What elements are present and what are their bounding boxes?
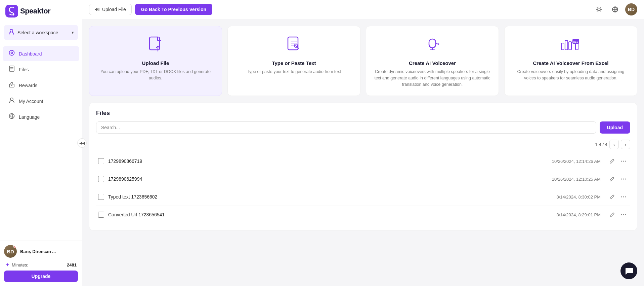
content-area: Upload File You can upload your PDF, TXT… xyxy=(82,19,644,286)
upload-file-button[interactable]: Upload File xyxy=(89,4,132,15)
dashboard-icon xyxy=(8,49,15,58)
file-more-button-1[interactable] xyxy=(619,156,628,166)
file-actions-4 xyxy=(607,210,628,219)
main-content: Upload File Go Back To Previous Version xyxy=(82,0,644,286)
file-date-2: 10/26/2024, 12:10:25 AM xyxy=(552,177,601,182)
my-account-icon xyxy=(8,97,15,105)
files-upload-button[interactable]: Upload xyxy=(600,121,630,134)
logo-icon xyxy=(5,5,18,17)
svg-rect-37 xyxy=(575,43,578,50)
file-actions-1 xyxy=(607,156,628,166)
files-section: Files Upload 1-4 / 4 ‹ › 1729890866719 1… xyxy=(89,103,637,230)
sidebar-bottom: BD Barış Direncan ... ✦ Minutes: 2481 Up… xyxy=(0,241,82,286)
file-name-3: Typed text 1723656602 xyxy=(108,194,552,200)
file-more-button-3[interactable] xyxy=(619,192,628,202)
svg-line-21 xyxy=(597,7,597,8)
file-name-2: 1729890625994 xyxy=(108,176,548,182)
file-edit-button-2[interactable] xyxy=(607,174,617,184)
language-switch-button[interactable]: A xyxy=(609,3,621,15)
upload-file-card-title: Upload File xyxy=(142,60,169,66)
svg-point-9 xyxy=(10,98,13,101)
svg-rect-34 xyxy=(569,42,571,50)
sidebar-item-rewards-label: Rewards xyxy=(19,83,37,88)
language-icon xyxy=(8,113,15,121)
svg-rect-15 xyxy=(99,8,99,11)
upload-file-card-icon xyxy=(147,36,164,56)
workspace-chevron-icon: ▾ xyxy=(72,30,74,35)
svg-line-22 xyxy=(600,11,601,11)
file-more-button-4[interactable] xyxy=(619,210,628,219)
sidebar-item-language-label: Language xyxy=(19,114,40,120)
card-excel-voiceover[interactable]: XLS Create AI Voiceover From Excel Creat… xyxy=(504,26,637,96)
prev-page-button[interactable]: ‹ xyxy=(609,140,619,149)
go-back-button[interactable]: Go Back To Previous Version xyxy=(135,4,212,15)
svg-point-0 xyxy=(10,29,13,32)
search-input[interactable] xyxy=(96,121,596,134)
edit-icon xyxy=(609,158,615,164)
search-upload-row: Upload xyxy=(96,121,630,134)
chat-icon xyxy=(625,266,633,275)
upgrade-button[interactable]: Upgrade xyxy=(4,271,78,282)
minutes-label-area: ✦ Minutes: xyxy=(5,262,28,268)
feature-cards: Upload File You can upload your PDF, TXT… xyxy=(89,26,637,96)
translate-icon: A xyxy=(611,6,619,13)
topbar-left: Upload File Go Back To Previous Version xyxy=(89,4,212,15)
minutes-row: ✦ Minutes: 2481 xyxy=(4,260,78,271)
file-name-4: Converted Url 1723656541 xyxy=(108,212,552,217)
more-icon xyxy=(621,214,626,215)
svg-point-16 xyxy=(598,8,600,11)
svg-point-2 xyxy=(11,52,13,54)
sun-icon-button[interactable] xyxy=(593,3,605,15)
sidebar-item-language[interactable]: Language xyxy=(3,109,79,124)
file-checkbox-3[interactable] xyxy=(98,194,104,200)
svg-rect-33 xyxy=(565,40,568,50)
sidebar-item-rewards[interactable]: Rewards xyxy=(3,78,79,93)
file-date-4: 8/14/2024, 8:29:01 PM xyxy=(556,212,601,217)
svg-line-24 xyxy=(600,7,601,8)
card-ai-voiceover[interactable]: Create AI Voiceover Create dynamic voice… xyxy=(366,26,499,96)
svg-point-42 xyxy=(623,179,624,180)
sidebar-item-files[interactable]: Files xyxy=(3,62,79,77)
upload-file-label: Upload File xyxy=(102,7,126,12)
ai-voiceover-card-desc: Create dynamic voiceovers with multiple … xyxy=(373,69,492,87)
more-icon xyxy=(621,178,626,180)
pagination-info: 1-4 / 4 xyxy=(595,142,607,147)
file-edit-button-3[interactable] xyxy=(607,192,617,202)
edit-icon xyxy=(609,212,615,217)
sidebar-item-dashboard[interactable]: Dashboard xyxy=(3,46,79,61)
upload-file-card-desc: You can upload your PDF, TXT or DOCX fil… xyxy=(96,69,215,81)
svg-point-38 xyxy=(621,161,622,162)
chat-bubble-button[interactable] xyxy=(620,262,637,279)
file-checkbox-1[interactable] xyxy=(98,158,104,164)
sidebar-item-my-account[interactable]: My Account xyxy=(3,94,79,109)
card-upload-file[interactable]: Upload File You can upload your PDF, TXT… xyxy=(89,26,222,96)
excel-voiceover-card-icon: XLS xyxy=(561,36,581,56)
minutes-label: Minutes: xyxy=(12,262,28,267)
excel-voiceover-card-desc: Create voiceovers easily by uploading da… xyxy=(511,69,630,81)
workspace-left: Select a workspace xyxy=(8,28,58,37)
file-edit-button-4[interactable] xyxy=(607,210,617,219)
file-edit-button-1[interactable] xyxy=(607,156,617,166)
sun-icon xyxy=(596,6,602,13)
sidebar-collapse-button[interactable]: ◀◀ xyxy=(77,138,87,148)
star-icon: ✦ xyxy=(5,262,10,268)
type-paste-card-icon xyxy=(285,36,303,56)
file-checkbox-2[interactable] xyxy=(98,176,104,182)
sidebar: Speaktor Select a workspace ▾ D xyxy=(0,0,82,286)
sidebar-item-dashboard-label: Dashboard xyxy=(19,51,42,57)
file-more-button-2[interactable] xyxy=(619,174,628,184)
file-date-1: 10/26/2024, 12:14:26 AM xyxy=(552,159,601,164)
file-actions-2 xyxy=(607,174,628,184)
topbar-avatar[interactable]: BD xyxy=(625,3,637,15)
files-table: 1729890866719 10/26/2024, 12:14:26 AM xyxy=(96,152,630,223)
file-checkbox-4[interactable] xyxy=(98,212,104,218)
table-row: Converted Url 1723656541 8/14/2024, 8:29… xyxy=(96,206,630,223)
workspace-selector[interactable]: Select a workspace ▾ xyxy=(4,25,78,40)
next-page-button[interactable]: › xyxy=(621,140,630,149)
excel-voiceover-card-title: Create AI Voiceover From Excel xyxy=(533,60,608,66)
rewards-icon xyxy=(8,81,15,90)
card-type-paste[interactable]: Type or Paste Text Type or paste your te… xyxy=(227,26,360,96)
svg-point-1 xyxy=(9,50,14,56)
type-paste-card-title: Type or Paste Text xyxy=(272,60,316,66)
sidebar-item-my-account-label: My Account xyxy=(19,99,43,104)
